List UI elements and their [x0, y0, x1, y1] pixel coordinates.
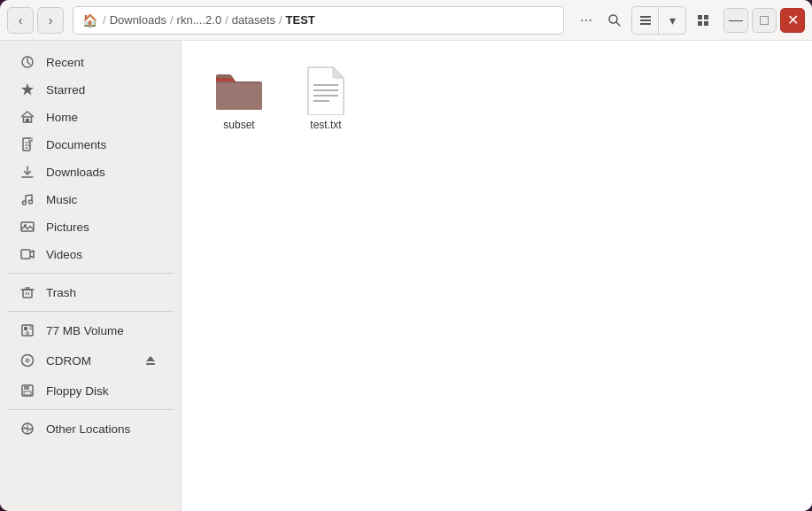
- svg-rect-23: [21, 222, 34, 231]
- svg-rect-12: [26, 119, 29, 122]
- sidebar-label-trash: Trash: [46, 286, 76, 299]
- file-grid: subset: [199, 58, 794, 140]
- window-controls: — □ ✕: [723, 8, 805, 33]
- sidebar-label-downloads: Downloads: [46, 166, 105, 179]
- cdrom-icon: [19, 352, 35, 368]
- svg-line-1: [616, 22, 620, 26]
- volume-icon: [19, 322, 35, 338]
- breadcrumb-test[interactable]: TEST: [286, 13, 315, 27]
- home-icon: 🏠: [82, 13, 97, 27]
- svg-rect-7: [698, 21, 702, 26]
- sidebar-label-77mb: 77 MB Volume: [46, 324, 124, 337]
- sidebar-item-documents[interactable]: Documents: [5, 131, 175, 158]
- file-manager-window: ‹ › 🏠 / Downloads / rkn....2.0 / dataset…: [0, 0, 812, 511]
- sidebar-item-starred[interactable]: Starred: [5, 76, 175, 103]
- svg-rect-5: [698, 15, 702, 19]
- svg-rect-25: [21, 250, 30, 259]
- sidebar-label-documents: Documents: [46, 138, 106, 151]
- breadcrumb-downloads[interactable]: Downloads: [110, 13, 166, 27]
- sidebar-label-other-locations: Other Locations: [46, 422, 130, 436]
- svg-rect-2: [640, 16, 651, 18]
- videos-icon: [19, 246, 35, 262]
- downloads-icon: [19, 164, 35, 180]
- breadcrumb-datasets[interactable]: datasets: [232, 13, 275, 27]
- floppy-icon: [19, 383, 35, 399]
- starred-icon: [19, 81, 35, 97]
- breadcrumb: 🏠 / Downloads / rkn....2.0 / datasets / …: [73, 6, 564, 35]
- other-locations-icon: [19, 421, 35, 437]
- music-icon: [19, 191, 35, 207]
- svg-point-21: [23, 201, 27, 205]
- minimize-button[interactable]: —: [723, 8, 748, 33]
- titlebar-actions: ⋯ ▾: [573, 6, 716, 35]
- main-content: Recent Starred Home: [0, 41, 812, 511]
- documents-icon: [19, 136, 35, 152]
- forward-button[interactable]: ›: [37, 7, 64, 34]
- sidebar-item-floppy[interactable]: Floppy Disk: [5, 377, 175, 404]
- sidebar-item-recent[interactable]: Recent: [5, 49, 175, 75]
- svg-rect-26: [23, 290, 32, 298]
- sidebar-item-downloads[interactable]: Downloads: [5, 159, 175, 185]
- sidebar-item-other-locations[interactable]: Other Locations: [5, 415, 175, 442]
- file-name-test-txt: test.txt: [310, 119, 341, 133]
- titlebar: ‹ › 🏠 / Downloads / rkn....2.0 / dataset…: [0, 0, 812, 41]
- cdrom-eject-button[interactable]: [140, 350, 161, 371]
- more-options-button[interactable]: ⋯: [573, 7, 599, 34]
- sidebar-divider-3: [7, 409, 174, 410]
- list-view-button[interactable]: [632, 7, 659, 34]
- file-name-subset: subset: [223, 119, 254, 133]
- home-sidebar-icon: [19, 109, 35, 125]
- view-toggle-group: ▾: [631, 6, 686, 35]
- svg-point-38: [27, 360, 28, 361]
- sidebar: Recent Starred Home: [0, 41, 182, 511]
- sidebar-label-music: Music: [46, 193, 77, 206]
- svg-rect-42: [24, 385, 29, 390]
- svg-rect-6: [704, 15, 708, 19]
- sidebar-label-starred: Starred: [46, 83, 85, 97]
- file-item-test-txt[interactable]: test.txt: [286, 58, 366, 140]
- svg-rect-43: [24, 391, 31, 395]
- svg-rect-3: [640, 19, 651, 21]
- file-area: subset: [182, 41, 812, 511]
- sidebar-label-cdrom: CDROM: [46, 354, 91, 368]
- sidebar-item-pictures[interactable]: Pictures: [5, 213, 175, 240]
- sidebar-item-cdrom[interactable]: CDROM: [5, 345, 175, 376]
- svg-point-22: [29, 200, 33, 204]
- sidebar-divider-1: [7, 273, 174, 274]
- trash-icon: [19, 284, 35, 300]
- sidebar-item-77mb[interactable]: 77 MB Volume: [5, 317, 175, 344]
- recent-icon: [19, 54, 35, 70]
- folder-icon-subset: [214, 66, 264, 115]
- grid-view-button[interactable]: [690, 7, 716, 34]
- svg-rect-32: [24, 327, 27, 330]
- sidebar-item-videos[interactable]: Videos: [5, 241, 175, 267]
- sidebar-item-music[interactable]: Music: [5, 186, 175, 213]
- view-dropdown-button[interactable]: ▾: [659, 7, 685, 34]
- text-file-icon: [301, 66, 351, 115]
- svg-marker-39: [146, 356, 155, 361]
- sidebar-label-pictures: Pictures: [46, 221, 89, 234]
- svg-rect-40: [146, 363, 155, 365]
- svg-marker-10: [21, 83, 34, 96]
- sidebar-label-home: Home: [46, 111, 78, 124]
- maximize-button[interactable]: □: [752, 8, 777, 33]
- pictures-icon: [19, 219, 35, 235]
- breadcrumb-rkn[interactable]: rkn....2.0: [177, 13, 222, 27]
- sidebar-label-videos: Videos: [46, 248, 82, 261]
- svg-rect-8: [704, 21, 708, 26]
- svg-rect-4: [640, 23, 651, 25]
- sidebar-label-floppy: Floppy Disk: [46, 384, 109, 398]
- svg-point-35: [27, 332, 29, 335]
- close-button[interactable]: ✕: [780, 8, 805, 33]
- search-button[interactable]: [601, 7, 628, 34]
- sidebar-item-trash[interactable]: Trash: [5, 279, 175, 306]
- sidebar-label-recent: Recent: [46, 56, 84, 69]
- file-item-subset[interactable]: subset: [199, 58, 279, 140]
- back-button[interactable]: ‹: [7, 7, 34, 34]
- svg-rect-15: [29, 138, 32, 141]
- sidebar-item-home[interactable]: Home: [5, 104, 175, 130]
- sidebar-divider-2: [7, 311, 174, 312]
